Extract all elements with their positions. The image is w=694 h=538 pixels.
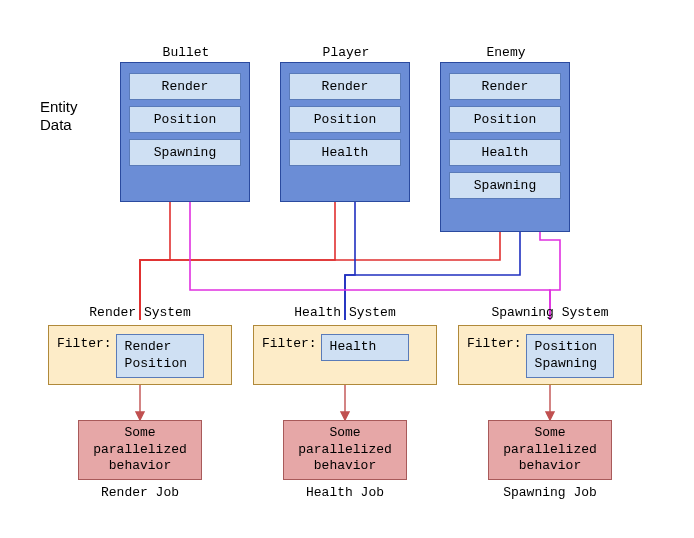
svg-marker-3 [341,412,349,420]
entity-data-label: Entity Data [40,98,78,134]
entity-title: Player [281,45,411,60]
filter-item: Spawning [535,356,605,373]
filter-label: Filter: [57,334,112,351]
job-title-health: Health Job [250,485,440,500]
component-render: Render [449,73,561,100]
entity-bullet: Bullet Render Position Spawning [120,62,250,202]
filter-item: Health [330,339,400,356]
entity-title: Bullet [121,45,251,60]
system-title-health: Health System [250,305,440,320]
component-health: Health [289,139,401,166]
system-health: Filter: Health [253,325,437,385]
job-health: Some parallelized behavior [283,420,407,480]
filter-box: Health [321,334,409,361]
filter-label: Filter: [262,334,317,351]
svg-marker-5 [546,412,554,420]
filter-box: Position Spawning [526,334,614,378]
diagram-canvas: Entity Data Bullet Render Position Spawn… [0,0,694,538]
filter-item: Render [125,339,195,356]
job-title-spawning: Spawning Job [455,485,645,500]
entity-player: Player Render Position Health [280,62,410,202]
entity-title: Enemy [441,45,571,60]
component-render: Render [129,73,241,100]
filter-box: Render Position [116,334,204,378]
system-title-render: Render System [45,305,235,320]
component-spawning: Spawning [449,172,561,199]
system-spawning: Filter: Position Spawning [458,325,642,385]
job-title-render: Render Job [45,485,235,500]
component-health: Health [449,139,561,166]
filter-item: Position [535,339,605,356]
system-title-spawning: Spawning System [455,305,645,320]
filter-label: Filter: [467,334,522,351]
entity-enemy: Enemy Render Position Health Spawning [440,62,570,232]
component-render: Render [289,73,401,100]
job-render: Some parallelized behavior [78,420,202,480]
job-spawning: Some parallelized behavior [488,420,612,480]
component-spawning: Spawning [129,139,241,166]
system-render: Filter: Render Position [48,325,232,385]
filter-item: Position [125,356,195,373]
component-position: Position [129,106,241,133]
svg-marker-1 [136,412,144,420]
component-position: Position [289,106,401,133]
component-position: Position [449,106,561,133]
